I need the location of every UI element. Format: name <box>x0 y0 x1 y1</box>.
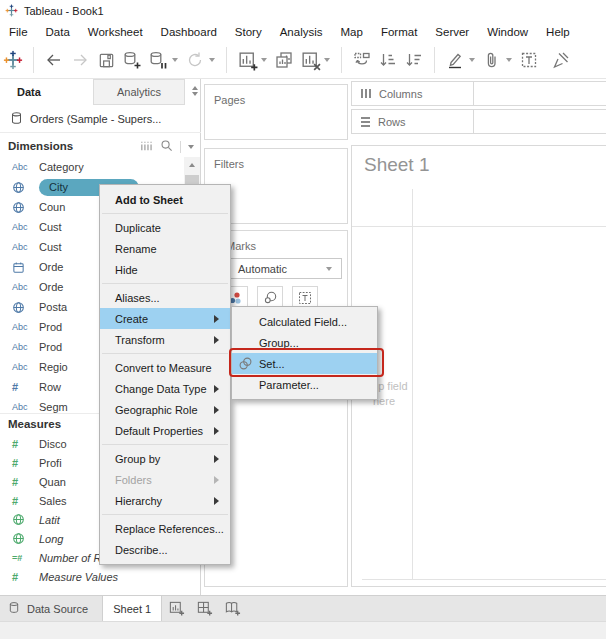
pane-sort-icon[interactable] <box>192 86 198 96</box>
menu-separator <box>102 514 228 515</box>
highlight-icon[interactable] <box>442 46 468 74</box>
dropzone-divider-horizontal <box>352 226 606 227</box>
clear-sheet-caret[interactable] <box>324 58 330 62</box>
highlight-caret[interactable] <box>469 58 475 62</box>
menu-dashboard[interactable]: Dashboard <box>152 22 226 42</box>
title-bar: Tableau - Book1 <box>0 0 606 22</box>
search-icon[interactable] <box>160 139 173 154</box>
show-mark-labels-icon[interactable] <box>516 46 542 74</box>
submenu-arrow-icon <box>214 385 223 393</box>
sort-ascending-icon[interactable] <box>375 46 401 74</box>
pause-auto-updates-icon[interactable] <box>145 46 171 74</box>
view-data-grid-icon[interactable] <box>140 140 153 154</box>
tab-data[interactable]: Data <box>0 79 93 105</box>
tab-analytics[interactable]: Analytics <box>93 79 185 105</box>
menu-analysis[interactable]: Analysis <box>271 22 332 42</box>
menu-item-transform[interactable]: Transform <box>100 329 230 350</box>
dimensions-menu-caret[interactable] <box>188 145 194 149</box>
menu-data[interactable]: Data <box>37 22 79 42</box>
menu-file[interactable]: File <box>0 22 37 42</box>
pause-auto-updates-caret[interactable] <box>172 58 178 62</box>
menu-item-folders[interactable]: Folders <box>100 469 230 490</box>
mark-type-dropdown[interactable]: Automatic <box>226 258 342 279</box>
submenu-arrow-icon <box>214 455 223 463</box>
menu-help[interactable]: Help <box>537 22 579 42</box>
dropzone-divider-bottom <box>362 579 606 580</box>
new-worksheet-caret[interactable] <box>261 58 267 62</box>
sheet-tab-bar: Data Source Sheet 1 <box>0 595 606 621</box>
submenu-item-set[interactable]: Set... <box>232 353 377 374</box>
pages-card[interactable]: Pages <box>204 84 348 140</box>
field-category[interactable]: Category <box>0 157 184 177</box>
menu-item-group-by[interactable]: Group by <box>100 448 230 469</box>
menu-item-hide[interactable]: Hide <box>100 259 230 280</box>
abc-icon <box>12 342 39 352</box>
refresh-data-source-icon[interactable] <box>182 46 208 74</box>
submenu-item-group[interactable]: Group... <box>232 332 377 353</box>
menu-item-duplicate[interactable]: Duplicate <box>100 217 230 238</box>
menu-item-aliases[interactable]: Aliases... <box>100 287 230 308</box>
forward-icon[interactable] <box>67 46 93 74</box>
submenu-arrow-icon <box>214 497 223 505</box>
globe-icon <box>12 201 39 214</box>
menu-window[interactable]: Window <box>478 22 537 42</box>
columns-shelf[interactable]: Columns <box>351 81 606 106</box>
duplicate-sheet-icon[interactable] <box>271 46 297 74</box>
menu-item-hierarchy[interactable]: Hierarchy <box>100 490 230 511</box>
field-row[interactable]: Measure Values <box>0 567 184 586</box>
datasource-tab[interactable]: Data Source <box>0 596 102 621</box>
submenu-item-parameter[interactable]: Parameter... <box>232 374 377 395</box>
mark-type-caret[interactable] <box>326 267 332 271</box>
menu-separator <box>102 353 228 354</box>
columns-icon <box>361 89 371 98</box>
datasource-item[interactable]: Orders (Sample - Supers... <box>0 105 201 133</box>
save-icon[interactable] <box>93 46 119 74</box>
menu-map[interactable]: Map <box>332 22 372 42</box>
submenu-arrow-icon <box>214 427 223 435</box>
sheet1-tab[interactable]: Sheet 1 <box>102 596 162 621</box>
new-story-tab-icon[interactable] <box>218 596 246 621</box>
set-icon <box>238 356 253 373</box>
new-worksheet-icon[interactable] <box>234 46 260 74</box>
globe-icon <box>12 513 39 526</box>
menu-item-rename[interactable]: Rename <box>100 238 230 259</box>
menu-item-create[interactable]: Create <box>100 308 230 329</box>
rows-icon <box>361 117 370 127</box>
rows-shelf[interactable]: Rows <box>351 109 606 134</box>
new-data-source-icon[interactable] <box>119 46 145 74</box>
number-icon <box>12 495 39 507</box>
globe-icon <box>12 532 39 545</box>
menu-item-replace-references[interactable]: Replace References... <box>100 518 230 539</box>
menu-item-describe[interactable]: Describe... <box>100 539 230 560</box>
menu-worksheet[interactable]: Worksheet <box>79 22 152 42</box>
globe-icon <box>12 181 39 194</box>
menu-item-add-to-sheet[interactable]: Add to Sheet <box>100 189 230 210</box>
paperclip-caret[interactable] <box>506 58 512 62</box>
menu-server[interactable]: Server <box>426 22 478 42</box>
submenu-item-calculated-field[interactable]: Calculated Field... <box>232 311 377 332</box>
menu-item-geographic-role[interactable]: Geographic Role <box>100 399 230 420</box>
pin-icon[interactable] <box>548 46 574 74</box>
datasource-name: Orders (Sample - Supers... <box>30 113 161 125</box>
menu-story[interactable]: Story <box>226 22 271 42</box>
toolbar-separator <box>434 47 435 73</box>
database-icon <box>10 111 23 127</box>
tableau-logo-button[interactable] <box>0 46 26 74</box>
number-icon <box>12 571 39 583</box>
paperclip-icon[interactable] <box>479 46 505 74</box>
auto-number-icon <box>12 553 39 563</box>
sheet-canvas[interactable]: Sheet 1 Drop field here <box>351 145 606 587</box>
scroll-up-icon[interactable] <box>184 157 200 173</box>
menu-item-default-properties[interactable]: Default Properties <box>100 420 230 441</box>
clear-sheet-icon[interactable] <box>297 46 323 74</box>
refresh-caret[interactable] <box>209 58 215 62</box>
menu-format[interactable]: Format <box>372 22 426 42</box>
new-worksheet-tab-icon[interactable] <box>162 596 190 621</box>
menu-item-convert-to-measure[interactable]: Convert to Measure <box>100 357 230 378</box>
sort-descending-icon[interactable] <box>401 46 427 74</box>
new-dashboard-tab-icon[interactable] <box>190 596 218 621</box>
back-icon[interactable] <box>41 46 67 74</box>
filters-label: Filters <box>205 149 347 170</box>
swap-rows-and-columns-icon[interactable] <box>349 46 375 74</box>
menu-item-change-data-type[interactable]: Change Data Type <box>100 378 230 399</box>
